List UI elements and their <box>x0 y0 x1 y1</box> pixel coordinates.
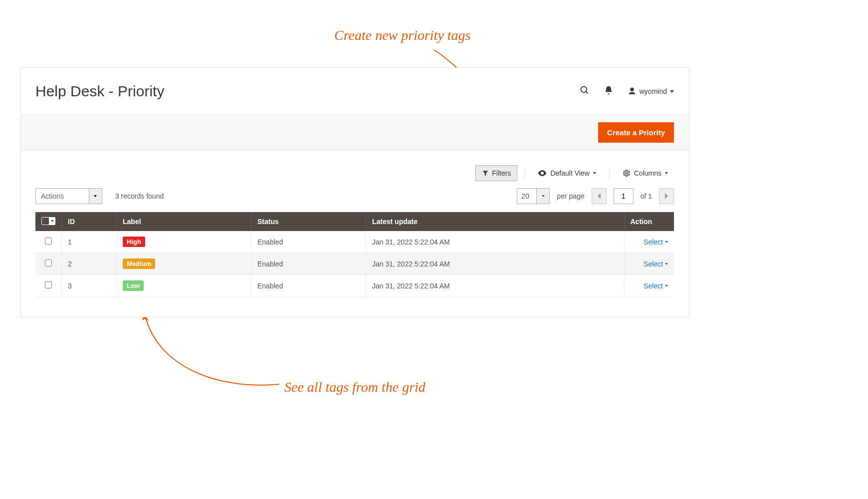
col-status[interactable]: Status <box>251 212 366 231</box>
chevron-down-icon <box>593 172 596 174</box>
cell-id: 2 <box>62 253 117 275</box>
chevron-down-icon <box>670 90 674 93</box>
annotation-bottom: See all tags from the grid <box>284 379 426 395</box>
table-row: 2MediumEnabledJan 31, 2022 5:22:04 AMSel… <box>35 253 674 275</box>
row-checkbox[interactable] <box>45 281 52 288</box>
create-priority-button[interactable]: Create a Priority <box>598 122 674 143</box>
grid-toolbar-bottom: Actions 3 records found 20 per page of 1 <box>20 188 689 212</box>
records-found: 3 records found <box>115 192 164 200</box>
col-label[interactable]: Label <box>117 212 251 231</box>
cell-label: Low <box>117 275 251 297</box>
table-row: 1HighEnabledJan 31, 2022 5:22:04 AMSelec… <box>35 231 674 253</box>
col-checkbox <box>35 212 62 231</box>
chevron-down-icon <box>89 188 102 204</box>
priority-badge: Low <box>123 280 144 291</box>
row-checkbox[interactable] <box>45 238 52 245</box>
cell-latest: Jan 31, 2022 5:22:04 AM <box>366 231 625 253</box>
header-icons: wyomind <box>580 85 674 97</box>
row-select-action[interactable]: Select <box>644 282 668 290</box>
priority-grid: ID Label Status Latest update Action 1Hi… <box>35 212 674 297</box>
svg-point-0 <box>581 87 587 93</box>
cell-label: Medium <box>117 253 251 275</box>
columns-button[interactable]: Columns <box>617 166 674 181</box>
col-action: Action <box>624 212 674 231</box>
chevron-right-icon <box>664 193 668 199</box>
per-page-label: per page <box>557 192 584 200</box>
cell-status: Enabled <box>251 253 366 275</box>
chevron-down-icon <box>665 285 668 287</box>
priority-badge: High <box>123 237 145 247</box>
cell-id: 1 <box>62 231 117 253</box>
actions-dropdown[interactable]: Actions <box>35 188 102 204</box>
user-icon <box>628 87 637 96</box>
cell-latest: Jan 31, 2022 5:22:04 AM <box>366 275 625 297</box>
cell-status: Enabled <box>251 231 366 253</box>
default-view-label: Default View <box>550 169 589 177</box>
chevron-left-icon <box>597 193 601 199</box>
col-latest[interactable]: Latest update <box>366 212 625 231</box>
page-title: Help Desk - Priority <box>35 83 164 100</box>
chevron-down-icon <box>537 188 550 204</box>
cell-id: 3 <box>62 275 117 297</box>
separator <box>609 168 610 179</box>
svg-line-1 <box>586 92 588 94</box>
page-header: Help Desk - Priority wyomind <box>35 83 674 100</box>
page-size-dropdown[interactable]: 20 <box>517 188 550 204</box>
arrow-to-grid <box>130 304 289 394</box>
cell-label: High <box>117 231 251 253</box>
select-all-checkbox[interactable] <box>41 217 55 225</box>
default-view-button[interactable]: Default View <box>532 166 602 181</box>
main-panel: Help Desk - Priority wyomind Create a Pr… <box>20 67 689 317</box>
gear-icon <box>623 169 631 177</box>
page-size-value: 20 <box>517 188 537 204</box>
bell-icon[interactable] <box>604 85 614 97</box>
of-pages-label: of 1 <box>641 192 652 200</box>
prev-page-button[interactable] <box>592 188 607 204</box>
next-page-button[interactable] <box>659 188 674 204</box>
columns-label: Columns <box>634 169 661 177</box>
eye-icon <box>538 170 547 177</box>
grid-toolbar-top: Filters Default View Columns <box>20 165 689 188</box>
actions-label: Actions <box>35 188 89 204</box>
chevron-down-icon <box>665 172 668 174</box>
svg-point-2 <box>626 172 628 174</box>
priority-badge: Medium <box>123 258 155 269</box>
row-checkbox[interactable] <box>45 259 52 266</box>
action-bar: Create a Priority <box>20 115 689 150</box>
filters-label: Filters <box>492 169 511 177</box>
page-input[interactable] <box>614 188 634 204</box>
cell-latest: Jan 31, 2022 5:22:04 AM <box>366 253 625 275</box>
funnel-icon <box>482 170 489 177</box>
cell-status: Enabled <box>251 275 366 297</box>
table-row: 3LowEnabledJan 31, 2022 5:22:04 AMSelect <box>35 275 674 297</box>
row-select-action[interactable]: Select <box>644 238 668 246</box>
search-icon[interactable] <box>580 85 590 97</box>
row-select-action[interactable]: Select <box>644 260 668 268</box>
annotation-top: Create new priority tags <box>334 27 471 43</box>
chevron-down-icon <box>665 241 668 243</box>
user-name: wyomind <box>640 87 667 95</box>
filters-button[interactable]: Filters <box>475 165 517 181</box>
col-id[interactable]: ID <box>62 212 117 231</box>
separator <box>524 168 525 179</box>
chevron-down-icon <box>665 263 668 265</box>
user-menu[interactable]: wyomind <box>628 87 674 96</box>
